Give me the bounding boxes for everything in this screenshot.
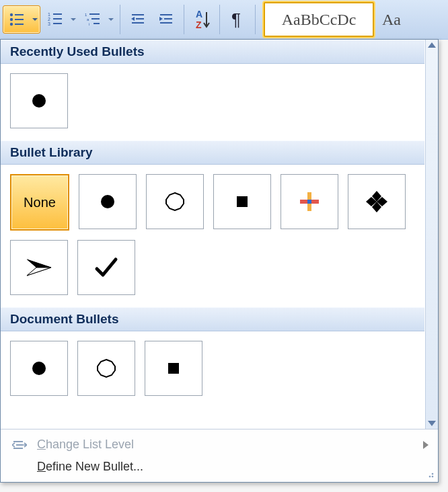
change-list-level-icon	[10, 439, 29, 451]
svg-rect-22	[164, 18, 172, 19]
disc-icon	[28, 90, 50, 112]
none-label: None	[24, 195, 56, 210]
circle-icon	[163, 190, 186, 213]
resize-grip[interactable]	[426, 470, 435, 479]
ribbon-separator	[219, 5, 220, 34]
style-swatch-next[interactable]: Aa	[379, 3, 406, 36]
bullet-tile-square[interactable]	[213, 174, 271, 229]
bullet-tile-square[interactable]	[145, 341, 202, 396]
svg-rect-39	[13, 448, 23, 449]
svg-text:Z: Z	[196, 19, 202, 30]
svg-rect-21	[160, 14, 172, 15]
increase-indent-button[interactable]	[153, 6, 180, 33]
check-icon	[93, 254, 120, 281]
svg-text:2: 2	[48, 17, 50, 22]
svg-rect-17	[94, 23, 100, 24]
numbering-split-button[interactable]: 1 2 3	[42, 6, 78, 33]
bullet-tile-disc[interactable]	[10, 341, 68, 396]
bullets-split-button[interactable]	[3, 5, 40, 34]
bullet-tile-disc[interactable]	[79, 174, 137, 229]
svg-point-28	[101, 195, 114, 208]
plus-color-icon	[297, 190, 322, 214]
tiles-library: None	[1, 165, 424, 307]
tiles-recent	[1, 64, 424, 140]
menu-define-new-bullet[interactable]: DDefine New Bullet...efine New Bullet...	[1, 456, 438, 478]
svg-point-2	[10, 18, 13, 21]
svg-rect-15	[91, 18, 100, 19]
sort-button[interactable]: A Z	[188, 6, 215, 33]
style-preview-text: Aa	[382, 11, 401, 29]
bullet-tile-four-diamonds[interactable]	[348, 174, 406, 229]
svg-rect-11	[53, 23, 62, 24]
bullet-tile-arrowhead[interactable]	[10, 240, 68, 295]
svg-text:A: A	[196, 9, 202, 19]
svg-rect-20	[132, 22, 144, 24]
multilevel-list-split-button[interactable]: 1 a i	[79, 6, 116, 33]
bullet-tile-circle[interactable]	[146, 174, 204, 229]
svg-text:i: i	[89, 22, 89, 26]
svg-rect-19	[136, 18, 144, 19]
show-paragraph-marks-button[interactable]: ¶	[224, 6, 251, 33]
svg-point-34	[32, 362, 46, 375]
section-header-document: Document Bullets	[1, 307, 424, 331]
svg-rect-33	[307, 200, 311, 204]
ribbon-separator	[184, 5, 184, 34]
gallery-footer-menu: CChange List Levelhange List Level DDefi…	[1, 429, 438, 482]
svg-rect-37	[13, 441, 23, 442]
numbering-dropdown-arrow[interactable]	[69, 6, 78, 33]
svg-point-4	[10, 23, 13, 26]
svg-text:1: 1	[48, 12, 50, 17]
multilevel-list-icon: 1 a i	[79, 6, 106, 33]
bullets-gallery-panel: Recently Used Bullets Bullet Library Non…	[0, 39, 439, 483]
scroll-up-arrow[interactable]	[428, 42, 436, 48]
ribbon-separator	[120, 5, 120, 34]
section-header-recent: Recently Used Bullets	[1, 40, 424, 64]
svg-rect-13	[89, 13, 100, 15]
svg-rect-1	[15, 14, 24, 15]
svg-rect-23	[160, 22, 172, 24]
svg-text:3: 3	[48, 22, 50, 26]
svg-rect-18	[132, 14, 144, 15]
style-preview-text: AaBbCcDc	[282, 11, 357, 29]
svg-rect-7	[53, 13, 62, 15]
ribbon-separator	[255, 5, 256, 34]
svg-rect-5	[15, 24, 24, 25]
scroll-down-arrow[interactable]	[428, 421, 436, 426]
bullets-dropdown-arrow[interactable]	[30, 6, 40, 33]
disc-icon	[28, 358, 50, 379]
bullet-tile-disc[interactable]	[10, 73, 68, 128]
bullet-tile-check[interactable]	[77, 240, 135, 295]
svg-rect-30	[237, 196, 248, 207]
multilevel-dropdown-arrow[interactable]	[106, 6, 116, 33]
square-icon	[163, 358, 184, 378]
menu-label: CChange List Levelhange List Level	[37, 438, 134, 452]
bullet-tile-none[interactable]: None	[10, 174, 69, 231]
disc-icon	[97, 191, 118, 212]
svg-rect-3	[15, 19, 24, 20]
submenu-arrow-icon	[423, 441, 428, 449]
bullet-tile-color-plus[interactable]	[281, 174, 338, 229]
numbering-icon: 1 2 3	[42, 6, 69, 33]
arrowhead-icon	[24, 255, 54, 280]
menu-change-list-level: CChange List Levelhange List Level	[1, 434, 438, 456]
styles-gallery[interactable]: AaBbCcDc Aa	[264, 2, 406, 37]
circle-icon	[95, 357, 118, 380]
bullets-icon	[3, 6, 30, 33]
gallery-scrollbar[interactable]	[425, 40, 438, 429]
svg-marker-35	[98, 360, 115, 377]
diamond4-icon	[363, 188, 390, 215]
bullets-gallery-body: Recently Used Bullets Bullet Library Non…	[1, 40, 438, 429]
svg-rect-36	[168, 363, 179, 374]
svg-text:¶: ¶	[231, 9, 241, 30]
tiles-document	[1, 331, 424, 408]
square-icon	[232, 192, 252, 212]
svg-text:a: a	[87, 17, 89, 22]
svg-point-0	[10, 13, 13, 16]
svg-rect-9	[53, 18, 62, 19]
svg-text:1: 1	[85, 13, 87, 17]
style-swatch-normal[interactable]: AaBbCcDc	[264, 2, 374, 37]
decrease-indent-button[interactable]	[124, 6, 151, 33]
svg-marker-29	[166, 193, 184, 210]
bullet-tile-circle[interactable]	[77, 341, 135, 396]
menu-label: DDefine New Bullet...efine New Bullet...	[37, 460, 143, 474]
